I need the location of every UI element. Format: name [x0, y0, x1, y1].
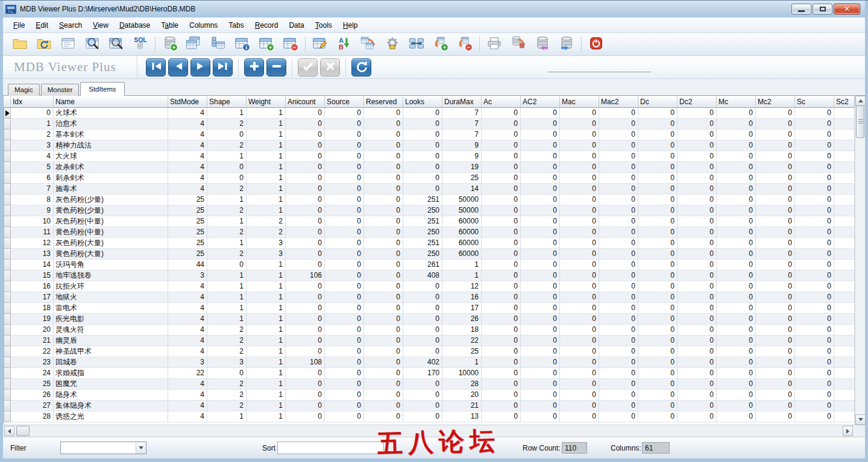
column-header-ac2[interactable]: AC2	[521, 96, 560, 107]
cell[interactable]: 0	[560, 151, 599, 162]
cell[interactable]: 1	[247, 108, 286, 119]
cell[interactable]: 4	[168, 162, 207, 173]
cell[interactable]: 0	[795, 216, 834, 227]
cell[interactable]: 18	[442, 325, 482, 336]
cell[interactable]: 0	[638, 162, 678, 173]
cell[interactable]: 22	[168, 368, 207, 379]
cell[interactable]: 106	[286, 270, 325, 281]
cell[interactable]: 0	[403, 173, 442, 184]
cell[interactable]: 0	[560, 401, 599, 411]
cell[interactable]: 14	[11, 260, 54, 270]
cell[interactable]: 0	[678, 292, 717, 303]
cell[interactable]: 幽灵盾	[54, 336, 168, 346]
cell[interactable]	[834, 401, 855, 411]
cell[interactable]: 0	[560, 411, 599, 422]
column-header-looks[interactable]: Looks	[403, 96, 442, 107]
cell[interactable]: 0	[286, 411, 325, 422]
cell[interactable]: 回城卷	[54, 357, 168, 368]
cell[interactable]: 0	[521, 195, 560, 205]
cell[interactable]: 0	[403, 184, 442, 195]
vertical-scrollbar[interactable]	[855, 96, 865, 425]
cell[interactable]: 0	[521, 411, 560, 422]
cell[interactable]: 0	[325, 238, 364, 249]
cell[interactable]: 12	[11, 238, 54, 249]
cell[interactable]: 0	[403, 108, 442, 119]
cell[interactable]: 0	[207, 260, 247, 270]
row-selector[interactable]	[4, 151, 11, 162]
cell[interactable]: 0	[521, 151, 560, 162]
cell[interactable]: 0	[599, 357, 638, 368]
column-header-name[interactable]: Name	[54, 96, 168, 107]
tab-magic[interactable]: Magic	[8, 84, 40, 96]
cell[interactable]: 0	[207, 368, 247, 379]
cell[interactable]: 0	[364, 260, 403, 270]
scroll-down-button[interactable]	[855, 414, 866, 425]
cell[interactable]: 0	[560, 303, 599, 314]
search-button[interactable]	[80, 35, 104, 54]
cell[interactable]: 0	[678, 130, 717, 140]
cell[interactable]: 0	[521, 303, 560, 314]
cell[interactable]: 0	[717, 401, 756, 411]
row-selector[interactable]	[4, 401, 11, 411]
cell[interactable]: 0	[521, 260, 560, 270]
cell[interactable]	[834, 270, 855, 281]
cell[interactable]: 0	[560, 390, 599, 401]
cell[interactable]	[834, 249, 855, 260]
cell[interactable]: 0	[717, 390, 756, 401]
cell[interactable]: 黄色药粉(中量)	[54, 227, 168, 238]
cell[interactable]: 3	[247, 249, 286, 260]
cell[interactable]: 0	[325, 227, 364, 238]
cell[interactable]: 9	[442, 151, 482, 162]
cell[interactable]: 0	[325, 368, 364, 379]
cell[interactable]: 0	[521, 249, 560, 260]
cell[interactable]: 0	[795, 238, 834, 249]
cell[interactable]: 0	[678, 336, 717, 346]
cell[interactable]	[834, 184, 855, 195]
cell[interactable]: 0	[717, 325, 756, 336]
compact-database-button[interactable]	[404, 35, 429, 54]
cell[interactable]: 0	[325, 162, 364, 173]
cell[interactable]: 27	[11, 401, 54, 411]
cell[interactable]: 0	[482, 281, 521, 292]
cell[interactable]: 4	[168, 411, 207, 422]
cell[interactable]: 0	[325, 195, 364, 205]
cell[interactable]: 0	[678, 346, 717, 357]
cell[interactable]: 0	[286, 238, 325, 249]
cell[interactable]: 0	[599, 162, 638, 173]
cell[interactable]: 0	[560, 173, 599, 184]
cell[interactable]: 0	[325, 314, 364, 325]
cell[interactable]: 0	[717, 303, 756, 314]
cell[interactable]: 0	[364, 303, 403, 314]
cell[interactable]: 0	[795, 162, 834, 173]
cell[interactable]: 0	[286, 260, 325, 270]
cell[interactable]: 25	[168, 227, 207, 238]
cell[interactable]: 0	[717, 336, 756, 346]
cell[interactable]: 0	[364, 119, 403, 130]
cell[interactable]: 0	[482, 108, 521, 119]
cell[interactable]: 0	[599, 303, 638, 314]
menu-edit[interactable]: Edit	[30, 19, 54, 31]
cell[interactable]: 0	[638, 173, 678, 184]
cell[interactable]: 0	[678, 314, 717, 325]
cell[interactable]: 0	[795, 184, 834, 195]
cell[interactable]: 0	[756, 357, 795, 368]
cell[interactable]: 1	[247, 379, 286, 390]
cell[interactable]: 0	[364, 368, 403, 379]
cell[interactable]: 0	[364, 162, 403, 173]
cell[interactable]: 0	[599, 281, 638, 292]
cell[interactable]: 灰色药粉(少量)	[54, 195, 168, 205]
cell[interactable]: 0	[678, 227, 717, 238]
cell[interactable]: 0	[638, 140, 678, 151]
menu-database[interactable]: Database	[114, 19, 156, 31]
cell[interactable]: 0	[364, 401, 403, 411]
cell[interactable]: 0	[482, 249, 521, 260]
cell[interactable]: 0	[795, 411, 834, 422]
cell[interactable]: 0	[403, 314, 442, 325]
cell[interactable]: 0	[795, 205, 834, 216]
cell[interactable]: 0	[717, 173, 756, 184]
cell[interactable]: 0	[11, 108, 54, 119]
cell[interactable]: 0	[717, 184, 756, 195]
cell[interactable]: 0	[599, 346, 638, 357]
cell[interactable]: 0	[325, 249, 364, 260]
cell[interactable]: 0	[678, 281, 717, 292]
